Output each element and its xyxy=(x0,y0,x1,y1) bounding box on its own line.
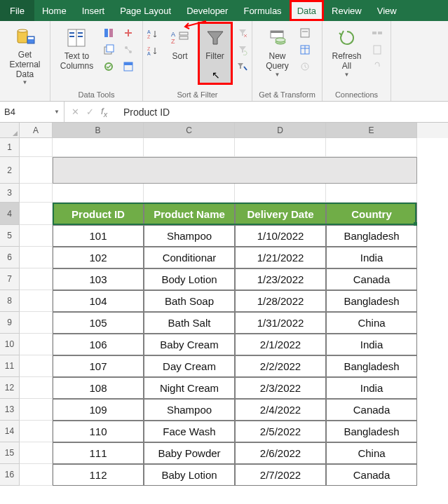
cell-B4[interactable]: Product ID xyxy=(53,203,144,225)
row-header-7[interactable]: 7 xyxy=(0,268,20,290)
tab-review[interactable]: Review xyxy=(324,0,369,21)
tab-file[interactable]: File xyxy=(0,0,34,21)
edit-links-button[interactable] xyxy=(369,59,385,74)
cell-C1[interactable] xyxy=(144,138,235,157)
tab-page-layout[interactable]: Page Layout xyxy=(112,0,179,21)
cell-E1[interactable] xyxy=(326,138,417,157)
cell-C10[interactable]: Baby Cream xyxy=(144,334,235,355)
show-queries-button[interactable] xyxy=(297,25,313,41)
cell-A5[interactable] xyxy=(20,225,53,247)
recent-sources-button[interactable] xyxy=(297,59,313,74)
cell-A14[interactable] xyxy=(20,421,53,442)
data-validation-button[interactable] xyxy=(101,59,116,74)
cell-C7[interactable]: Body Lotion xyxy=(144,268,235,290)
cell-B6[interactable]: 102 xyxy=(53,247,144,268)
cell-C2[interactable] xyxy=(144,157,235,184)
clear-filter-button[interactable] xyxy=(235,25,250,41)
cell-A13[interactable] xyxy=(20,399,53,421)
connections-button[interactable] xyxy=(369,25,385,41)
cell-E16[interactable]: Canada xyxy=(326,464,417,486)
col-header-c[interactable]: C xyxy=(144,123,235,138)
cell-E12[interactable]: India xyxy=(326,377,417,399)
cell-D8[interactable]: 1/28/2022 xyxy=(235,290,326,312)
cell-C9[interactable]: Bath Salt xyxy=(144,312,235,334)
cell-D12[interactable]: 2/3/2022 xyxy=(235,377,326,399)
text-to-columns-button[interactable]: Text to Columns xyxy=(55,22,98,84)
cell-E4[interactable]: Country xyxy=(326,203,417,225)
cell-B11[interactable]: 107 xyxy=(53,355,144,377)
cell-A4[interactable] xyxy=(20,203,53,225)
cell-D16[interactable]: 2/7/2022 xyxy=(235,464,326,486)
cancel-icon[interactable]: ✕ xyxy=(72,107,79,117)
cell-A8[interactable] xyxy=(20,290,53,312)
cell-C4[interactable]: Product Name xyxy=(144,203,235,225)
row-header-12[interactable]: 12 xyxy=(0,377,20,399)
relationships-button[interactable] xyxy=(121,42,136,57)
cell-B8[interactable]: 104 xyxy=(53,290,144,312)
cell-D1[interactable] xyxy=(235,138,326,157)
cell-C13[interactable]: Shampoo xyxy=(144,399,235,421)
cell-A3[interactable] xyxy=(20,184,53,203)
remove-duplicates-button[interactable] xyxy=(101,42,116,57)
cell-E3[interactable] xyxy=(326,184,417,203)
cell-D7[interactable]: 1/23/2022 xyxy=(235,268,326,290)
cell-D14[interactable]: 2/5/2022 xyxy=(235,421,326,442)
row-header-10[interactable]: 10 xyxy=(0,334,20,355)
consolidate-button[interactable] xyxy=(121,25,136,41)
cell-D6[interactable]: 1/21/2022 xyxy=(235,247,326,268)
cell-E2[interactable] xyxy=(326,157,417,184)
row-header-9[interactable]: 9 xyxy=(0,312,20,334)
sort-desc-button[interactable]: ZA xyxy=(145,43,161,59)
properties-button[interactable] xyxy=(369,42,385,57)
cell-C11[interactable]: Day Cream xyxy=(144,355,235,377)
col-header-a[interactable]: A xyxy=(20,123,53,138)
cell-D3[interactable] xyxy=(235,184,326,203)
row-header-6[interactable]: 6 xyxy=(0,247,20,268)
cell-D11[interactable]: 2/2/2022 xyxy=(235,355,326,377)
cell-E9[interactable]: China xyxy=(326,312,417,334)
name-box[interactable]: B4 ▼ xyxy=(0,102,65,122)
cell-D15[interactable]: 2/6/2022 xyxy=(235,442,326,464)
formula-input[interactable] xyxy=(118,107,448,118)
tab-data[interactable]: Data xyxy=(290,0,324,21)
cell-E5[interactable]: Bangladesh xyxy=(326,225,417,247)
tab-view[interactable]: View xyxy=(369,0,405,21)
flash-fill-button[interactable] xyxy=(101,25,116,41)
cell-A16[interactable] xyxy=(20,464,53,486)
advanced-filter-button[interactable] xyxy=(235,59,250,74)
cell-B16[interactable]: 112 xyxy=(53,464,144,486)
cell-A10[interactable] xyxy=(20,334,53,355)
filter-button[interactable]: Filter ↖ xyxy=(198,22,232,84)
cell-D2[interactable] xyxy=(235,157,326,184)
row-header-3[interactable]: 3 xyxy=(0,184,20,203)
row-header-5[interactable]: 5 xyxy=(0,225,20,247)
cell-E7[interactable]: Canada xyxy=(326,268,417,290)
cell-B13[interactable]: 109 xyxy=(53,399,144,421)
cell-C5[interactable]: Shampoo xyxy=(144,225,235,247)
tab-formulas[interactable]: Formulas xyxy=(236,0,289,21)
cell-A15[interactable] xyxy=(20,442,53,464)
cell-D5[interactable]: 1/10/2022 xyxy=(235,225,326,247)
cell-E8[interactable]: Bangladesh xyxy=(326,290,417,312)
sort-asc-button[interactable]: AZ xyxy=(145,27,161,42)
get-external-data-button[interactable]: Get External Data ▼ xyxy=(3,22,47,84)
cell-A12[interactable] xyxy=(20,377,53,399)
cell-C8[interactable]: Bath Soap xyxy=(144,290,235,312)
manage-data-model-button[interactable] xyxy=(121,59,136,74)
cell-D4[interactable]: Delivery Date xyxy=(235,203,326,225)
refresh-all-button[interactable]: Refresh All ▼ xyxy=(327,22,366,84)
col-header-d[interactable]: D xyxy=(235,123,326,138)
cell-A1[interactable] xyxy=(20,138,53,157)
cell-D10[interactable]: 2/1/2022 xyxy=(235,334,326,355)
fx-icon[interactable]: fx xyxy=(101,106,111,118)
cell-C12[interactable]: Night Cream xyxy=(144,377,235,399)
cell-E10[interactable]: India xyxy=(326,334,417,355)
cell-D13[interactable]: 2/4/2022 xyxy=(235,399,326,421)
cell-C6[interactable]: Conditionar xyxy=(144,247,235,268)
cell-B10[interactable]: 106 xyxy=(53,334,144,355)
col-header-e[interactable]: E xyxy=(326,123,417,138)
row-header-8[interactable]: 8 xyxy=(0,290,20,312)
tab-developer[interactable]: Developer xyxy=(179,0,236,21)
row-header-4[interactable]: 4 xyxy=(0,203,20,225)
cell-A6[interactable] xyxy=(20,247,53,268)
